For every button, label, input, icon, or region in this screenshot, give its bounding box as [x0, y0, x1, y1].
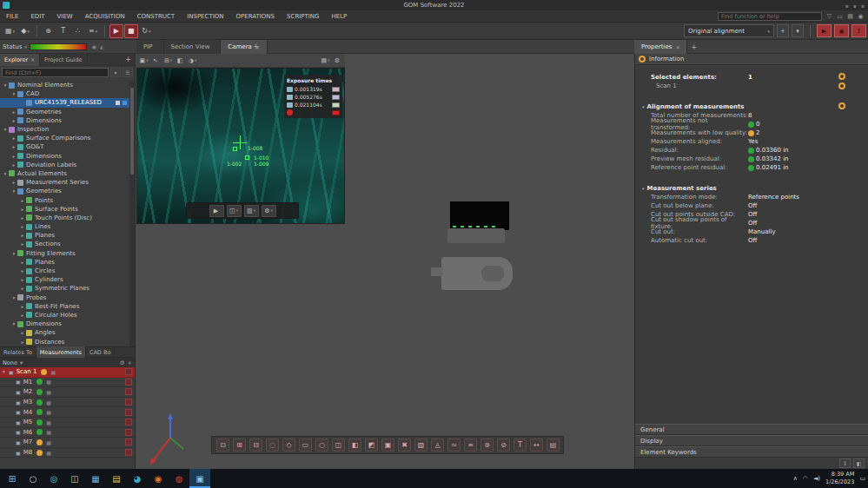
thin-mesh-icon[interactable]: ≡: [464, 439, 477, 452]
scrollbar-thumb[interactable]: [130, 88, 134, 175]
mesh-tool-icon[interactable]: ▧: [414, 439, 427, 452]
expander-icon[interactable]: [10, 154, 17, 159]
rectangle-select-icon[interactable]: ▭: [299, 439, 312, 452]
tree-item[interactable]: Probes: [0, 293, 129, 302]
expander-icon[interactable]: [10, 295, 17, 300]
tree-item[interactable]: Actual Elements: [0, 169, 129, 178]
select-all-icon[interactable]: ▣: [381, 439, 394, 452]
tree-item[interactable]: Angles: [0, 328, 129, 337]
viewport-tab[interactable]: Section View: [164, 40, 222, 54]
expander-icon[interactable]: [19, 268, 26, 274]
menu-item[interactable]: INSPECTION: [181, 10, 229, 23]
start-button[interactable]: ⊞: [2, 469, 23, 488]
measure-tool-icon[interactable]: ↔: [530, 439, 543, 452]
refine-mesh-icon[interactable]: ⊛: [480, 439, 494, 452]
scan-start-button[interactable]: ▶: [109, 24, 123, 38]
viewport-settings-button[interactable]: ⚙: [332, 55, 343, 66]
tree-item[interactable]: Circular Holes: [0, 311, 129, 320]
printer-icon[interactable]: ▤: [845, 11, 855, 21]
preview-3d-button[interactable]: ◫▾: [227, 205, 242, 217]
search-button[interactable]: ○: [23, 469, 43, 488]
expander-icon[interactable]: [19, 304, 26, 309]
remove-button[interactable]: [125, 449, 132, 456]
remove-button[interactable]: [125, 368, 132, 375]
tree-item[interactable]: Fitting Elements: [0, 249, 129, 258]
histogram-button[interactable]: ▥▾: [244, 205, 259, 217]
collapse-icon[interactable]: ▾: [642, 104, 645, 109]
label-tool-icon[interactable]: T: [514, 439, 527, 452]
polygon-select-icon[interactable]: ◇: [282, 439, 295, 452]
acquisition-start-button[interactable]: ▶: [817, 24, 832, 37]
measurement-row[interactable]: ▣ M4 ▦: [0, 407, 135, 418]
expander-icon[interactable]: [19, 224, 26, 229]
notification-center-icon[interactable]: ▭: [859, 475, 865, 482]
remove-button[interactable]: [125, 409, 132, 416]
collapsed-section-bar[interactable]: Display: [635, 435, 868, 446]
camera-view-button[interactable]: ▤▾: [320, 55, 331, 66]
taskbar-clock[interactable]: 8:39 AM 1/26/2023: [825, 471, 854, 486]
tree-item[interactable]: Circles: [0, 267, 129, 275]
tree-item[interactable]: Sections: [0, 240, 129, 248]
volume-icon[interactable]: ◄): [813, 475, 820, 482]
section-tool-icon[interactable]: ⊘: [497, 439, 510, 452]
expander-icon[interactable]: [10, 321, 17, 326]
expander-icon[interactable]: [2, 82, 9, 88]
invert-selection-icon[interactable]: ◩: [365, 439, 378, 452]
expander-icon[interactable]: ▾: [3, 369, 9, 374]
cursor-button[interactable]: ↖: [150, 55, 162, 66]
tree-item[interactable]: CAD: [0, 89, 129, 98]
tree-item[interactable]: Dimensions: [0, 152, 129, 161]
remove-button[interactable]: [125, 429, 132, 436]
expander-icon[interactable]: [10, 251, 17, 256]
notifications-icon[interactable]: ◉: [856, 11, 865, 21]
measurement-row[interactable]: ▣ M6 ▦: [0, 428, 135, 439]
element-status-icon[interactable]: [838, 82, 845, 89]
expander-icon[interactable]: [2, 171, 9, 176]
alignment-selector[interactable]: Original alignment ▾: [684, 24, 774, 37]
tree-item[interactable]: GD&T: [0, 142, 129, 151]
measurement-row[interactable]: ▣ M1 ▦: [0, 378, 135, 388]
menu-item[interactable]: ACQUISITION: [79, 10, 131, 23]
expander-icon[interactable]: [19, 260, 26, 265]
measurement-row[interactable]: ▣ M7 ▦: [0, 438, 135, 448]
element-search-input[interactable]: [2, 68, 109, 77]
cortana-button[interactable]: ◎: [43, 469, 64, 488]
view-mode-button[interactable]: ▣▾: [138, 55, 149, 66]
tray-chevron-icon[interactable]: ∧: [793, 475, 798, 482]
tree-menu-button[interactable]: ☰: [123, 68, 133, 77]
expander-icon[interactable]: [19, 233, 26, 238]
clipping-button[interactable]: ◧: [175, 55, 186, 66]
expander-icon[interactable]: [10, 109, 17, 115]
measurement-tab[interactable]: Relates To: [0, 346, 36, 358]
filter-icon[interactable]: ▽: [825, 11, 834, 21]
smooth-mesh-icon[interactable]: ≈: [447, 439, 461, 452]
section-status-icon[interactable]: [838, 102, 845, 109]
browser-button[interactable]: ◍: [169, 469, 189, 488]
display-icon[interactable]: ▭: [835, 11, 845, 21]
deselect-icon[interactable]: ⊟: [249, 439, 262, 452]
widgets-button[interactable]: ▦: [85, 469, 106, 488]
menu-item[interactable]: VIEW: [51, 10, 79, 23]
expander-icon[interactable]: [19, 198, 26, 203]
circle-select-icon[interactable]: ○: [315, 439, 328, 452]
add-properties-tab-button[interactable]: +: [687, 40, 700, 54]
menu-item[interactable]: EDIT: [24, 10, 50, 23]
edge-button[interactable]: ◕: [127, 469, 148, 488]
expander-icon[interactable]: [19, 330, 26, 335]
close-icon[interactable]: ✕: [30, 56, 35, 63]
close-icon[interactable]: ✕: [675, 44, 679, 50]
shading-button[interactable]: ◑▾: [187, 55, 198, 66]
alignment-section-header[interactable]: ▾ Alignment of measurements: [635, 102, 868, 111]
viewport-tab[interactable]: PIP: [136, 40, 164, 54]
tree-item[interactable]: Geometries: [0, 187, 129, 195]
stage-button[interactable]: ≡▾: [86, 24, 100, 38]
expander-icon[interactable]: [10, 188, 17, 194]
tab-project-guide[interactable]: Project Guide: [40, 54, 87, 66]
through-surface-select-icon[interactable]: ◫: [332, 439, 345, 452]
fill-holes-icon[interactable]: ◬: [431, 439, 444, 452]
remove-button[interactable]: [125, 388, 132, 395]
gom-app-button[interactable]: ▣: [189, 469, 210, 488]
scan-stop-button[interactable]: ■: [124, 24, 138, 38]
menu-item[interactable]: FILE: [0, 10, 24, 23]
expander-icon[interactable]: [19, 241, 26, 247]
